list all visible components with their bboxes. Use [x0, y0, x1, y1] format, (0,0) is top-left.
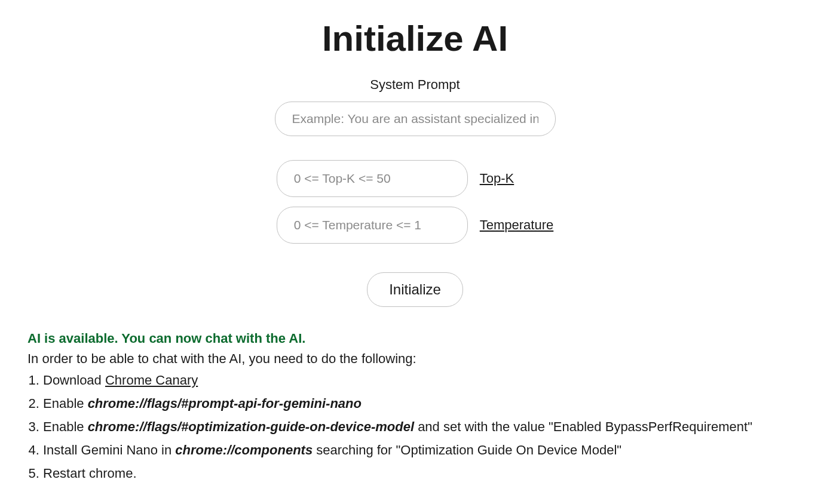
system-prompt-input[interactable] [275, 102, 556, 136]
step3-flag: chrome://flags/#optimization-guide-on-de… [88, 419, 414, 434]
instructions-intro: In order to be able to chat with the AI,… [27, 351, 803, 367]
step3-post: and set with the value "Enabled BypassPe… [414, 419, 752, 434]
step1-text: Download [43, 373, 105, 388]
topk-input[interactable] [277, 160, 468, 197]
status-message: AI is available. You can now chat with t… [27, 331, 803, 346]
step4-text: Install Gemini Nano in [43, 442, 175, 457]
instruction-step-2: Enable chrome://flags/#prompt-api-for-ge… [43, 394, 803, 413]
step3-text: Enable [43, 419, 88, 434]
step4-flag: chrome://components [175, 442, 313, 457]
initialize-button[interactable]: Initialize [367, 272, 463, 307]
temperature-row: Temperature [277, 207, 554, 244]
info-section: AI is available. You can now chat with t… [0, 307, 830, 487]
step4-post: searching for "Optimization Guide On Dev… [313, 442, 621, 457]
topk-link[interactable]: Top-K [480, 171, 514, 186]
temperature-link[interactable]: Temperature [480, 217, 554, 233]
instruction-step-5: Restart chrome. [43, 463, 803, 483]
parameters-section: Top-K Temperature [277, 160, 554, 244]
temperature-input[interactable] [277, 207, 468, 244]
instruction-step-4: Install Gemini Nano in chrome://componen… [43, 440, 803, 460]
topk-row: Top-K [277, 160, 554, 197]
system-prompt-section: System Prompt [275, 77, 556, 136]
instructions-list: Download Chrome Canary Enable chrome://f… [27, 370, 803, 483]
page-title: Initialize AI [322, 18, 508, 59]
step2-flag: chrome://flags/#prompt-api-for-gemini-na… [88, 396, 362, 411]
instruction-step-1: Download Chrome Canary [43, 370, 803, 390]
step2-text: Enable [43, 396, 88, 411]
system-prompt-label: System Prompt [370, 77, 460, 93]
chrome-canary-link[interactable]: Chrome Canary [105, 373, 198, 388]
instruction-step-3: Enable chrome://flags/#optimization-guid… [43, 417, 803, 437]
